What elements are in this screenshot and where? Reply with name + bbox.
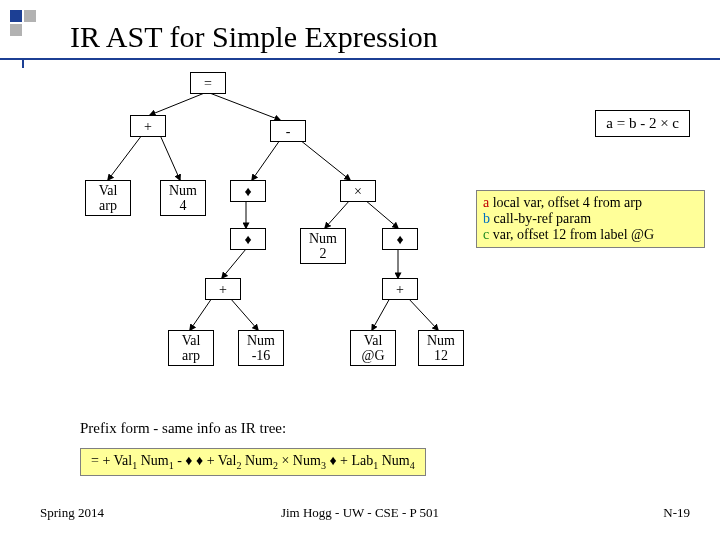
footer-center: Jim Hogg - UW - CSE - P 501 [0,505,720,521]
svg-line-12 [230,298,258,330]
page-title: IR AST for Simple Expression [70,20,438,54]
legend-a-text: local var, offset 4 from arp [489,195,642,210]
svg-line-5 [300,140,350,180]
prefix-box: = + Val1 Num1 - ♦ ♦ + Val2 Num2 × Num3 ♦… [80,448,426,476]
legend-b-text: call-by-ref param [490,211,591,226]
svg-line-4 [252,140,280,180]
legend-c-text: var, offset 12 from label @G [489,227,654,242]
node-plus-right: + [382,278,418,300]
svg-line-8 [365,200,398,228]
svg-line-14 [408,298,438,330]
node-num-4: Num 4 [160,180,206,216]
svg-line-3 [160,135,180,180]
node-val-g: Val @G [350,330,396,366]
svg-line-2 [108,135,142,180]
expression-box: a = b - 2 × c [595,110,690,137]
prefix-title: Prefix form - same info as IR tree: [80,420,286,437]
svg-line-7 [325,200,350,228]
svg-line-9 [222,249,246,278]
node-plus-left: + [205,278,241,300]
svg-line-13 [372,298,390,330]
legend-box: a local var, offset 4 from arp b call-by… [476,190,705,248]
legend-b: b [483,211,490,226]
svg-line-11 [190,298,212,330]
node-val-arp-2: Val arp [168,330,214,366]
node-val-arp-1: Val arp [85,180,131,216]
node-minus: - [270,120,306,142]
node-eq: = [190,72,226,94]
footer-right: N-19 [663,505,690,521]
node-diamond-2: ♦ [230,228,266,250]
node-diamond-3: ♦ [382,228,418,250]
node-num-m16: Num -16 [238,330,284,366]
node-num-2: Num 2 [300,228,346,264]
node-diamond-1: ♦ [230,180,266,202]
svg-line-1 [207,92,280,120]
svg-line-0 [150,92,207,115]
node-times: × [340,180,376,202]
node-num-12: Num 12 [418,330,464,366]
node-plus: + [130,115,166,137]
